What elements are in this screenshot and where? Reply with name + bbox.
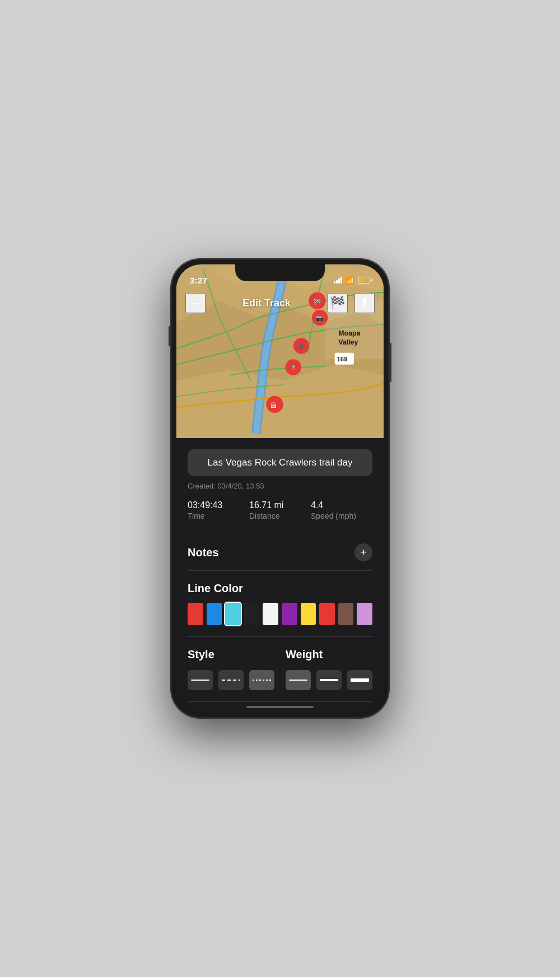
speed-label: Speed (mph) <box>311 511 372 520</box>
stat-speed: 4.4 Speed (mph) <box>311 500 372 520</box>
svg-text:🔭: 🔭 <box>290 364 297 371</box>
share-button[interactable]: ⬆ <box>354 293 375 313</box>
divider-4 <box>188 701 372 702</box>
divider-3 <box>188 636 372 637</box>
style-solid[interactable] <box>188 670 213 690</box>
scroll-content[interactable]: Created: 03/4/20, 13:53 03:49:43 Time 16… <box>176 438 384 713</box>
style-weight-row: Style Weight <box>188 648 372 690</box>
add-note-button[interactable]: + <box>354 543 372 561</box>
time-value: 03:49:43 <box>188 500 249 510</box>
svg-text:🏛: 🏛 <box>270 402 277 409</box>
phone-frame: 3:27 📶 <box>171 259 389 718</box>
map-area[interactable]: Moapa Valley 169 📷 ➕ 🔭 <box>176 264 384 438</box>
svg-text:Valley: Valley <box>338 338 358 346</box>
speed-value: 4.4 <box>311 500 372 510</box>
color-swatch-1[interactable] <box>207 603 222 625</box>
color-swatch-0[interactable] <box>188 603 203 625</box>
stats-row: 03:49:43 Time 16.71 mi Distance 4.4 Spee… <box>188 500 372 520</box>
weight-thin[interactable] <box>286 670 311 690</box>
weight-medium[interactable] <box>316 670 342 690</box>
time-label: Time <box>188 511 249 520</box>
divider-2 <box>188 570 372 571</box>
color-swatch-4[interactable] <box>263 603 278 625</box>
stat-time: 03:49:43 Time <box>188 500 249 520</box>
stat-distance: 16.71 mi Distance <box>249 500 311 520</box>
phone-screen: 3:27 📶 <box>176 264 384 713</box>
weight-thick[interactable] <box>347 670 372 690</box>
created-date: Created: 03/4/20, 13:53 <box>188 482 372 490</box>
color-swatch-7[interactable] <box>319 603 335 625</box>
nav-actions: 🏁 ⬆ <box>328 293 375 313</box>
notes-title: Notes <box>188 546 219 559</box>
track-name-input[interactable] <box>188 449 372 476</box>
back-button[interactable]: ← <box>185 293 206 313</box>
style-dotted[interactable] <box>249 670 274 690</box>
svg-text:Moapa: Moapa <box>338 329 360 337</box>
distance-value: 16.71 mi <box>249 500 311 510</box>
color-swatch-6[interactable] <box>301 603 316 625</box>
notch <box>235 264 325 281</box>
weight-title: Weight <box>286 648 372 661</box>
color-swatch-9[interactable] <box>357 603 372 625</box>
color-swatches <box>188 603 372 625</box>
color-swatch-5[interactable] <box>282 603 297 625</box>
svg-text:➕: ➕ <box>297 342 306 350</box>
style-options <box>188 670 274 690</box>
battery-icon <box>358 277 370 283</box>
style-title: Style <box>188 648 274 661</box>
color-swatch-3[interactable] <box>244 603 260 625</box>
svg-text:169: 169 <box>337 356 348 362</box>
notes-header: Notes + <box>188 543 372 561</box>
home-indicator <box>246 706 314 708</box>
signal-icon <box>334 277 342 283</box>
color-swatch-8[interactable] <box>338 603 354 625</box>
status-icons: 📶 <box>334 276 370 285</box>
style-dashed[interactable] <box>218 670 244 690</box>
nav-title: Edit Track <box>242 297 291 309</box>
flag-icon[interactable]: 🏁 <box>328 293 348 313</box>
wifi-icon: 📶 <box>346 276 354 285</box>
weight-options <box>286 670 372 690</box>
weight-section: Weight <box>286 648 372 690</box>
color-swatch-2[interactable] <box>225 603 241 625</box>
divider-1 <box>188 532 372 532</box>
status-time: 3:27 <box>190 276 207 285</box>
style-section: Style <box>188 648 274 690</box>
line-color-title: Line Color <box>188 582 372 595</box>
distance-label: Distance <box>249 511 311 520</box>
nav-header: ← Edit Track 🏁 ⬆ <box>176 289 384 317</box>
